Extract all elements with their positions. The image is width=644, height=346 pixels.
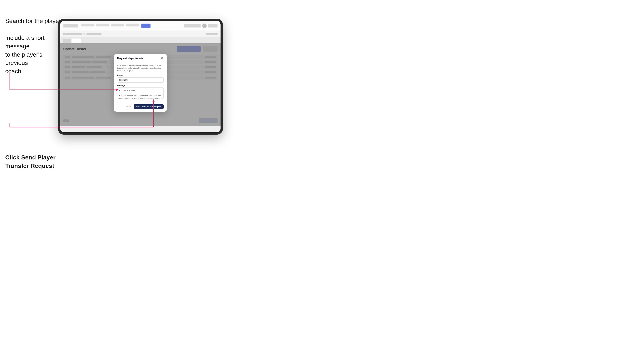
header-btn-2: [208, 24, 218, 27]
nav-items: [81, 24, 181, 28]
nav-item-active: [141, 24, 150, 28]
annotation-search: Search for the player.: [5, 17, 62, 25]
nav-item-3: [111, 24, 124, 26]
message-textarea[interactable]: Hi Coach McHarg, Please accept this tran…: [117, 87, 164, 99]
nav-item-2: [96, 24, 109, 26]
modal-dialog: Request player transfer ✕ If the player …: [114, 54, 166, 112]
main-content: Update Roster: [60, 43, 220, 126]
tab-1: [63, 39, 71, 43]
nav-item-1: [81, 24, 94, 26]
nav-item-4: [126, 24, 139, 26]
breadcrumb-2: [86, 33, 102, 35]
player-form-group: Player: [117, 74, 164, 83]
sub-header-right: [206, 33, 218, 35]
app-logo: [63, 24, 78, 27]
modal-header: Request player transfer ✕: [114, 54, 166, 62]
modal-overlay: Request player transfer ✕ If the player …: [60, 43, 220, 126]
tablet-device: Update Roster: [58, 19, 223, 135]
cancel-button[interactable]: Cancel: [123, 105, 132, 108]
tabs-area: [60, 37, 220, 43]
send-transfer-request-button[interactable]: Send Player Transfer Request: [134, 104, 164, 109]
tab-active: [72, 38, 81, 43]
app-header: [60, 21, 220, 31]
modal-description: If the player is transferring from anoth…: [117, 64, 164, 72]
player-input[interactable]: [117, 77, 164, 83]
annotation-click: Click Send Player Transfer Request: [5, 153, 58, 170]
tablet-screen: Update Roster: [60, 21, 220, 132]
breadcrumb-sep: [84, 33, 85, 35]
header-btn: [184, 24, 201, 27]
message-form-group: Message Hi Coach McHarg, Please accept t…: [117, 84, 164, 99]
modal-title: Request player transfer: [117, 57, 144, 60]
modal-close-button[interactable]: ✕: [160, 56, 164, 60]
header-right: [184, 23, 218, 28]
header-avatar: [202, 23, 207, 28]
annotation-message: Include a short message to the player's …: [5, 34, 58, 76]
player-label: Player: [117, 74, 164, 76]
sub-header: [60, 31, 220, 37]
modal-footer: Cancel Send Player Transfer Request: [114, 104, 166, 112]
modal-body: If the player is transferring from anoth…: [114, 62, 166, 104]
message-label: Message: [117, 84, 164, 87]
breadcrumb-1: [63, 33, 82, 35]
